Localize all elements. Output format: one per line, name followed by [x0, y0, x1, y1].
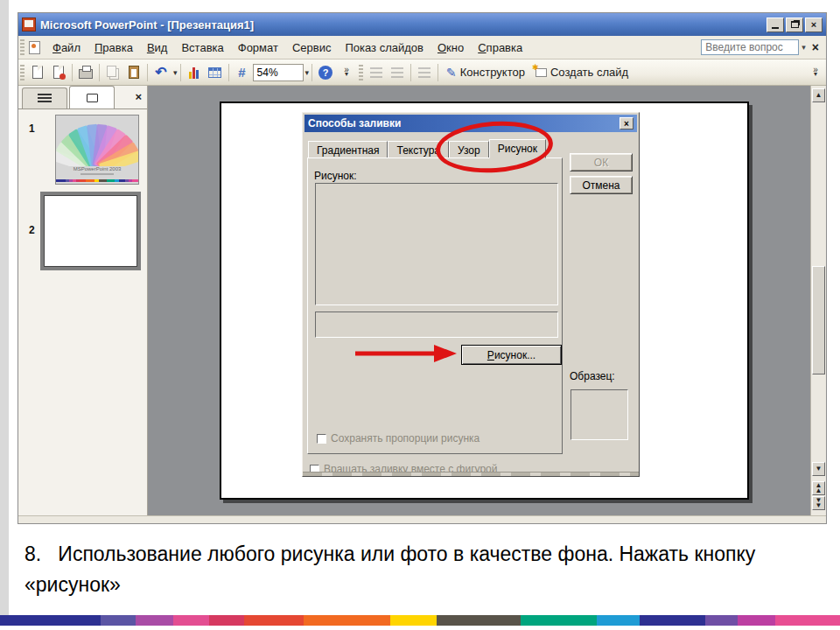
show-grid-button[interactable]: # [232, 62, 253, 83]
restore-icon [791, 21, 799, 28]
slide2-number: 2 [29, 224, 35, 236]
document-menu-icon[interactable] [29, 41, 40, 54]
next-slide-button[interactable]: ▼▼ [812, 496, 825, 510]
scrollbar-thumb[interactable] [812, 266, 825, 374]
restore-button[interactable] [786, 18, 803, 32]
toolbar-options-button-right[interactable]: »▾ [805, 62, 826, 83]
color-fan-graphic [56, 116, 138, 166]
ask-question-input[interactable] [701, 39, 799, 55]
previous-slide-button[interactable]: ▲▲ [812, 481, 825, 495]
print-icon [79, 69, 93, 79]
indent-button[interactable] [414, 62, 435, 83]
vertical-scrollbar[interactable]: ▲ ▼ ▲▲ ▼▼ [810, 86, 826, 517]
strip-segment [173, 615, 209, 626]
slides-tab-icon [87, 94, 98, 102]
slide2-thumbnail-selected[interactable] [40, 192, 141, 270]
strip-segment [0, 615, 101, 626]
toolbar-drag-handle[interactable] [20, 39, 24, 55]
zoom-dropdown-icon[interactable]: ▾ [305, 68, 310, 77]
keep-proportions-checkbox-row[interactable]: Сохранять пропорции рисунка [317, 432, 480, 444]
scroll-up-button[interactable]: ▲ [812, 88, 825, 102]
pane-close-icon[interactable]: × [135, 90, 142, 103]
picture-preview-box [315, 183, 558, 305]
window-title: Microsoft PowerPoint - [Презентация1] [40, 18, 254, 32]
strip-segment [136, 615, 173, 626]
cancel-button[interactable]: Отмена [570, 176, 633, 194]
toolbar-options-button[interactable]: »▾ [336, 62, 357, 83]
undo-button[interactable]: ↶ [150, 62, 172, 83]
close-icon: × [811, 20, 816, 30]
menu-window[interactable]: Окно [430, 38, 471, 58]
minimize-button[interactable] [766, 18, 784, 32]
insert-chart-button[interactable] [184, 62, 205, 83]
numbering-button[interactable] [366, 62, 387, 83]
ask-dropdown-icon[interactable]: ▾ [802, 43, 806, 52]
permission-button[interactable] [48, 62, 69, 83]
dialog-close-button[interactable]: × [620, 117, 634, 130]
strip-segment [56, 179, 66, 182]
menu-help[interactable]: Справка [471, 38, 529, 58]
slide1-thumbnail[interactable]: MSPowerPoint 2003 [55, 115, 139, 185]
bullets-icon [391, 67, 403, 78]
keep-proportions-checkbox[interactable] [317, 434, 326, 444]
design-button[interactable]: ✎ Конструктор [441, 62, 530, 83]
slide-caption-text: 8. Использование любого рисунка или фото… [24, 539, 816, 599]
strip-segment [99, 179, 107, 182]
menu-file[interactable]: Файл [46, 38, 88, 58]
select-picture-button[interactable]: Рисунок... [461, 345, 562, 365]
undo-dropdown-icon[interactable]: ▾ [173, 68, 178, 77]
sample-label: Образец: [570, 370, 615, 382]
toolbar-options-icon: »▾ [344, 67, 349, 77]
outline-tab-icon [38, 94, 52, 103]
new-slide-label: Создать слайд [550, 66, 628, 79]
undo-icon: ↶ [155, 66, 166, 80]
outline-tab[interactable] [22, 88, 67, 108]
chart-icon [189, 66, 199, 79]
powerpoint-app-icon [22, 18, 36, 32]
strip-segment [640, 615, 705, 626]
menu-format[interactable]: Формат [231, 38, 285, 58]
grid-icon: # [238, 65, 245, 80]
slide-canvas: Microsoft PowerPoint - [Презентация1] × … [0, 0, 840, 630]
insert-table-button[interactable] [205, 62, 226, 83]
bullets-button[interactable] [387, 62, 408, 83]
copy-button[interactable] [102, 62, 123, 83]
zoom-select[interactable]: 54% [253, 64, 304, 81]
dialog-cropped-edge [303, 472, 639, 476]
slides-tab[interactable] [69, 86, 115, 108]
strip-segment [107, 179, 115, 182]
new-document-button[interactable] [27, 62, 48, 83]
picture-name-box [315, 312, 558, 338]
close-icon: × [624, 119, 629, 129]
close-button[interactable]: × [805, 18, 822, 32]
tab-gradient[interactable]: Градиентная [308, 141, 388, 158]
help-icon: ? [318, 66, 332, 80]
keep-proportions-label: Сохранять пропорции рисунка [331, 432, 480, 444]
menu-slideshow[interactable]: Показ слайдов [338, 38, 430, 58]
print-button[interactable] [75, 62, 96, 83]
ok-button[interactable]: ОК [570, 153, 633, 172]
design-icon: ✎ [446, 66, 457, 80]
window-footer-strip [18, 515, 826, 523]
menu-insert[interactable]: Вставка [174, 38, 230, 58]
toolbar-drag-handle[interactable] [20, 65, 24, 80]
new-slide-button[interactable]: Создать слайд [530, 62, 634, 83]
help-button[interactable]: ? [315, 62, 336, 83]
slides-pane: × 1 MSPowerPoint 2003 2 [18, 86, 148, 517]
scroll-down-button[interactable]: ▼ [812, 462, 825, 476]
table-icon [208, 67, 221, 78]
toolbar-drag-handle[interactable] [359, 65, 363, 80]
strip-segment [705, 615, 738, 626]
strip-segment [597, 615, 640, 626]
paste-button[interactable] [123, 62, 144, 83]
strip-segment [390, 615, 437, 626]
menu-tools[interactable]: Сервис [285, 38, 339, 58]
strip-segment [132, 179, 138, 182]
menu-bar: Файл Правка Вид Вставка Формат Сервис По… [18, 36, 826, 60]
menubar-close-icon[interactable]: × [808, 40, 822, 54]
menu-view[interactable]: Вид [140, 38, 175, 58]
strip-segment [244, 615, 304, 626]
zoom-value: 54% [257, 66, 278, 79]
menu-edit[interactable]: Правка [88, 38, 140, 58]
dialog-title: Способы заливки [308, 117, 401, 130]
